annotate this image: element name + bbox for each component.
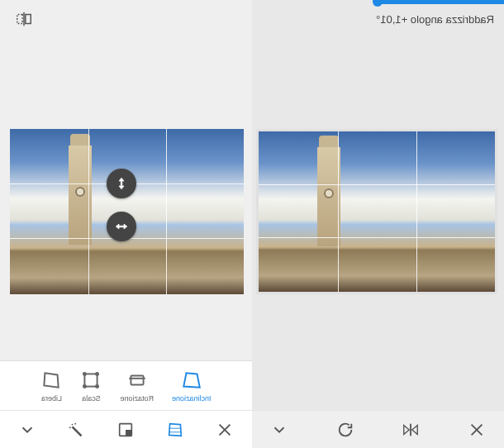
tab-label: Scala	[82, 394, 101, 403]
svg-rect-5	[85, 374, 97, 386]
aspect-button[interactable]	[112, 416, 140, 444]
mirror-horizontal-button[interactable]	[397, 416, 425, 444]
vertical-drag-handle[interactable]	[107, 169, 136, 198]
app-root: Raddrizza angolo +1,01°	[0, 0, 504, 448]
svg-point-13	[69, 427, 71, 428]
svg-point-12	[71, 423, 73, 425]
image-preview-right[interactable]	[256, 129, 497, 294]
svg-rect-0	[410, 423, 411, 436]
svg-rect-4	[131, 375, 143, 384]
transform-tabs: Inclinazione Rotazione Scala Libera	[0, 360, 252, 410]
svg-point-9	[83, 385, 86, 388]
bottombar-left	[0, 410, 252, 448]
close-button[interactable]	[211, 416, 239, 444]
straighten-slider[interactable]	[252, 0, 504, 4]
svg-point-14	[74, 422, 76, 424]
tab-free[interactable]: Libera	[40, 369, 62, 403]
image-preview-left[interactable]	[10, 129, 244, 294]
tab-label: Inclinazione	[172, 394, 212, 403]
flip-horizontal-button[interactable]	[10, 5, 38, 33]
magic-button[interactable]	[63, 416, 91, 444]
close-button[interactable]	[463, 416, 491, 444]
svg-rect-2	[17, 15, 22, 24]
tab-label: Rotazione	[120, 394, 154, 403]
topbar-left	[0, 0, 252, 38]
tab-tilt[interactable]: Inclinazione	[172, 369, 212, 403]
bottombar-right	[252, 410, 504, 448]
tab-scale[interactable]: Scala	[80, 369, 102, 403]
horizontal-drag-handle[interactable]	[107, 212, 136, 241]
pane-tilt: Inclinazione Rotazione Scala Libera	[0, 0, 252, 448]
confirm-button[interactable]	[265, 416, 293, 444]
confirm-button[interactable]	[13, 416, 41, 444]
pane-straighten: Raddrizza angolo +1,01°	[252, 0, 504, 448]
svg-rect-1	[26, 15, 31, 24]
perspective-button[interactable]	[161, 416, 189, 444]
rotate-left-button[interactable]	[331, 416, 359, 444]
svg-point-6	[97, 372, 99, 374]
svg-point-8	[97, 385, 99, 388]
svg-point-7	[83, 372, 86, 374]
svg-rect-11	[126, 430, 132, 436]
straighten-status: Raddrizza angolo +1,01°	[376, 13, 494, 26]
tab-rotate[interactable]: Rotazione	[120, 369, 154, 403]
tab-label: Libera	[41, 394, 62, 403]
